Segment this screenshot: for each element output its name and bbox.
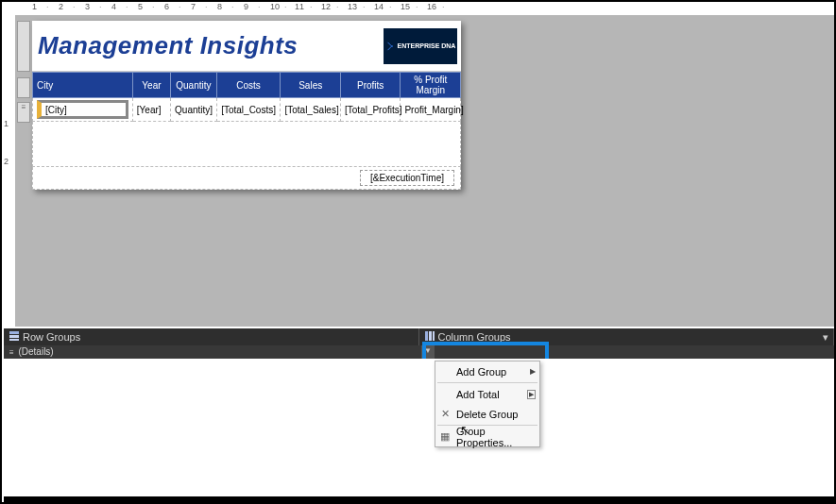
- menu-group-properties[interactable]: ▦ Group Properties...: [435, 427, 539, 446]
- cell-total-profits[interactable]: [Total_Profits]: [340, 98, 401, 122]
- header-city[interactable]: City: [33, 73, 133, 98]
- menu-delete-group[interactable]: ✕ Delete Group: [435, 404, 539, 424]
- data-table[interactable]: City Year Quantity Costs Sales Profits %…: [32, 72, 461, 122]
- details-dropdown-button[interactable]: ▼: [421, 345, 435, 359]
- row-handle[interactable]: [17, 77, 30, 98]
- bottom-border: [4, 496, 834, 503]
- lower-workspace: [4, 359, 834, 496]
- cell-quantity[interactable]: Quantity]: [171, 98, 217, 122]
- column-groups-icon: [425, 331, 435, 343]
- logo-text: ENTERPRISE DNA: [398, 42, 456, 49]
- menu-add-total[interactable]: Add Total ▶: [435, 384, 539, 404]
- body-spacer[interactable]: [32, 122, 461, 167]
- cell-city[interactable]: [City]: [37, 100, 128, 119]
- design-canvas[interactable]: ≡ Management Insights ENTERPRISE DNA Cit…: [15, 15, 834, 327]
- vertical-ruler: 1 2: [2, 15, 15, 251]
- footer-row[interactable]: [&ExecutionTime]: [32, 167, 461, 190]
- cell-total-costs[interactable]: [Total_Costs]: [216, 98, 281, 122]
- header-quantity[interactable]: Quantity: [171, 73, 217, 98]
- row-gutter: ≡: [15, 15, 32, 327]
- cell-total-sales[interactable]: [Total_Sales]: [281, 98, 341, 122]
- delete-icon: ✕: [438, 408, 452, 420]
- row-groups-icon: [9, 331, 19, 343]
- submenu-arrow-icon: ▶: [527, 390, 536, 399]
- menu-separator: [437, 382, 537, 383]
- header-sales[interactable]: Sales: [281, 73, 341, 98]
- row-groups-label: Row Groups: [23, 331, 80, 343]
- details-icon: ≡: [9, 348, 12, 357]
- properties-icon: ▦: [438, 430, 452, 443]
- logo[interactable]: ENTERPRISE DNA: [384, 28, 457, 64]
- row-handle[interactable]: ≡: [17, 102, 30, 123]
- groups-panel-header: Row Groups Column Groups ▾: [4, 328, 834, 345]
- details-label: (Details): [18, 346, 53, 357]
- execution-time-box[interactable]: [&ExecutionTime]: [360, 170, 454, 186]
- report-body[interactable]: Management Insights ENTERPRISE DNA City …: [32, 21, 461, 190]
- row-groups-header[interactable]: Row Groups: [4, 328, 419, 345]
- context-menu: Add Group ▶ Add Total ▶ ✕ Delete Group ▦…: [435, 361, 540, 447]
- header-profits[interactable]: Profits: [340, 73, 401, 98]
- cell-profit-margin[interactable]: Profit_Margin]: [401, 98, 461, 122]
- data-row[interactable]: [City] [Year] Quantity] [Total_Costs] [T…: [33, 98, 461, 122]
- horizontal-ruler: 1 · 2 · 3 · 4 · 5 · 6 · 7 · 8 · 9 · 10 ·…: [32, 2, 467, 15]
- dna-icon: [385, 42, 395, 51]
- panel-collapse-button[interactable]: ▾: [819, 330, 832, 344]
- cell-year[interactable]: [Year]: [132, 98, 170, 122]
- row-handle[interactable]: [17, 21, 30, 72]
- menu-add-group[interactable]: Add Group ▶: [435, 361, 539, 381]
- column-groups-header[interactable]: Column Groups: [419, 328, 835, 345]
- submenu-arrow-icon: ▶: [530, 367, 536, 376]
- header-costs[interactable]: Costs: [216, 73, 281, 98]
- column-groups-label: Column Groups: [438, 331, 511, 343]
- details-group[interactable]: ≡ (Details): [4, 345, 421, 359]
- header-margin[interactable]: % Profit Margin: [401, 73, 461, 98]
- header-year[interactable]: Year: [132, 73, 170, 98]
- report-title[interactable]: Management Insights: [32, 31, 384, 60]
- group-strip: ≡ (Details) ▼: [4, 345, 834, 359]
